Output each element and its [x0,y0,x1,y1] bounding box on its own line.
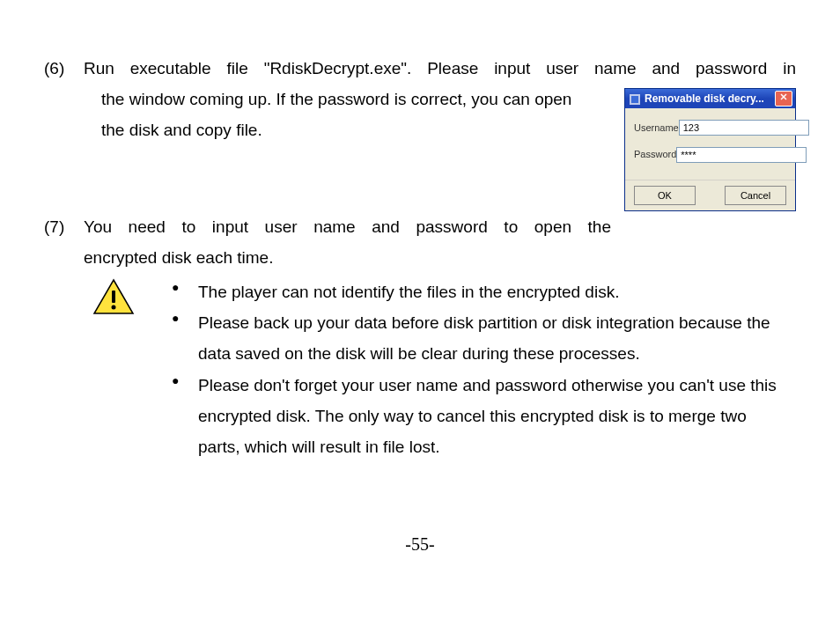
instruction-7-number: (7) [44,211,84,273]
warning-section: The player can not identify the files in… [44,276,796,462]
decrypt-dialog: Removable disk decry... Username Passwor… [624,88,796,211]
instruction-6: (6) Run executable file "RdiskDecrypt.ex… [44,53,796,211]
decrypt-dialog-container: Removable disk decry... Username Passwor… [624,88,796,211]
ok-button[interactable]: OK [634,186,696,205]
password-label: Password [634,145,676,163]
page-number: -55- [0,528,840,561]
warning-bullet-list: The player can not identify the files in… [141,276,778,462]
dialog-app-icon [629,92,641,105]
dialog-title-text: Removable disk decry... [645,89,775,108]
instruction-6-line1: Run executable file "RdiskDecrypt.exe". … [84,53,796,84]
svg-rect-1 [631,96,638,103]
username-label: Username [634,119,679,136]
dialog-body: Username Password [625,108,795,180]
dialog-button-row: OK Cancel [625,180,795,210]
warning-icon [44,276,141,462]
instruction-6-number: (6) [44,53,84,211]
instruction-7-line1: You need to input user name and password… [84,211,611,242]
dialog-titlebar: Removable disk decry... [625,89,795,108]
username-row: Username [634,119,786,136]
bullet-3: Please don't forget your user name and p… [172,370,778,462]
cancel-button[interactable]: Cancel [725,186,786,205]
document-page: (6) Run executable file "RdiskDecrypt.ex… [0,0,840,462]
password-input[interactable] [676,147,807,163]
bullet-2: Please back up your data before disk par… [172,307,778,369]
svg-point-7 [112,305,116,310]
instruction-7-body: You need to input user name and password… [84,211,796,273]
username-input[interactable] [679,120,809,136]
svg-rect-6 [112,291,115,303]
password-row: Password [634,145,786,163]
bullet-1: The player can not identify the files in… [172,276,778,307]
instruction-6-body: Run executable file "RdiskDecrypt.exe". … [84,53,796,211]
instruction-7-line2: encrypted disk each time. [84,242,611,273]
close-icon[interactable] [775,91,792,107]
instruction-7: (7) You need to input user name and pass… [44,211,796,273]
